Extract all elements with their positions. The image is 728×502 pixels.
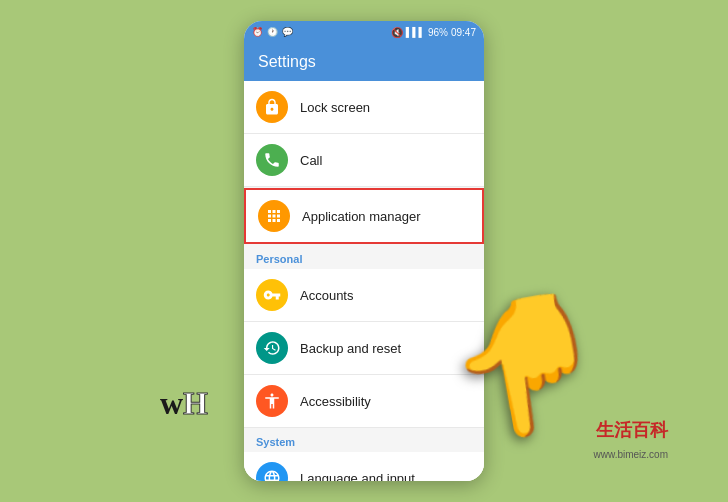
settings-item-language[interactable]: Language and input...	[244, 452, 484, 481]
call-icon	[256, 144, 288, 176]
lock-screen-icon	[256, 91, 288, 123]
section-header-personal: Personal	[244, 245, 484, 269]
mute-icon: 🔇	[391, 27, 403, 38]
status-bar-left: ⏰ 🕐 💬	[252, 27, 293, 37]
settings-list: Lock screen Call Application manag	[244, 81, 484, 481]
status-bar: ⏰ 🕐 💬 🔇 ▌▌▌ 96% 09:47	[244, 21, 484, 43]
settings-item-backup[interactable]: Backup and reset	[244, 322, 484, 375]
accessibility-label: Accessibility	[300, 394, 371, 409]
app-manager-label: Application manager	[302, 209, 421, 224]
signal-bars: ▌▌▌	[406, 27, 425, 37]
language-label: Language and input...	[300, 471, 426, 482]
app-manager-icon	[258, 200, 290, 232]
settings-item-lock-screen[interactable]: Lock screen	[244, 81, 484, 134]
call-label: Call	[300, 153, 322, 168]
toolbar: Settings	[244, 43, 484, 81]
lock-screen-label: Lock screen	[300, 100, 370, 115]
social-icon: 💬	[282, 27, 293, 37]
status-bar-right: 🔇 ▌▌▌ 96% 09:47	[391, 27, 476, 38]
settings-item-call[interactable]: Call	[244, 134, 484, 187]
language-icon	[256, 462, 288, 481]
phone-mockup: ⏰ 🕐 💬 🔇 ▌▌▌ 96% 09:47 Settings	[244, 21, 484, 481]
settings-item-accessibility[interactable]: Accessibility	[244, 375, 484, 428]
backup-icon	[256, 332, 288, 364]
section-header-system: System	[244, 428, 484, 452]
settings-item-accounts[interactable]: Accounts	[244, 269, 484, 322]
accounts-icon	[256, 279, 288, 311]
backup-label: Backup and reset	[300, 341, 401, 356]
alarm-icon: ⏰	[252, 27, 263, 37]
accounts-label: Accounts	[300, 288, 353, 303]
toolbar-title: Settings	[258, 53, 316, 70]
accessibility-icon	[256, 385, 288, 417]
time-display: 09:47	[451, 27, 476, 38]
settings-item-application-manager[interactable]: Application manager	[244, 188, 484, 244]
clock-icon: 🕐	[267, 27, 278, 37]
battery-level: 96%	[428, 27, 448, 38]
